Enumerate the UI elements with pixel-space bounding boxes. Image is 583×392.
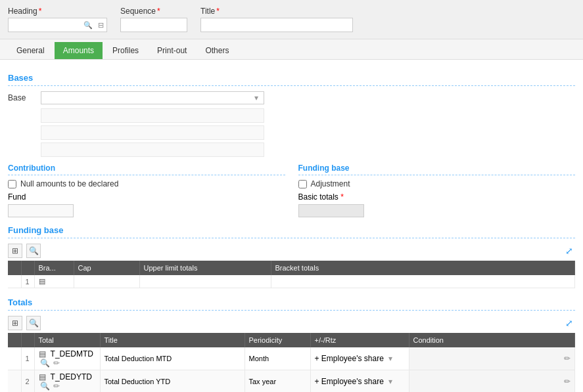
tot-r1-condition-edit[interactable]: ✏ (564, 354, 571, 363)
tot-r1-rtz-val: + Employee's share (315, 354, 384, 363)
top-bar: Heading* LOPD 🔍 ⊟ Sequence* 70005 Title*… (0, 0, 583, 39)
tot-r2-rtz: + Employee's share ▾ (310, 370, 409, 393)
sequence-input[interactable]: 70005 (121, 18, 187, 32)
tot-r2-num: 2 (21, 370, 34, 393)
fund-input[interactable] (8, 204, 74, 217)
fb-row-icon[interactable]: ▤ (34, 275, 74, 288)
heading-input-wrap: LOPD 🔍 ⊟ (8, 18, 107, 32)
tot-r1-title: Total Deduction MTD (100, 347, 245, 370)
fb-row-upper (139, 275, 271, 288)
totals-row-2: 2 ▤ T_DEDYTD 🔍 ✏ Total Deduction YTD Tax… (8, 370, 575, 393)
funding-base-right-title: Funding base (298, 163, 576, 175)
tab-printout[interactable]: Print-out (149, 42, 195, 59)
totals-row-1: 1 ▤ T_DEDMTD 🔍 ✏ Total Deduction MTD Mon… (8, 347, 575, 370)
funding-base-table: Bra... Cap Upper limit totals Bracket to… (8, 261, 575, 288)
title-label: Title* (200, 7, 353, 16)
tot-r1-total: ▤ T_DEDMTD 🔍 ✏ (34, 347, 100, 370)
totals-search-btn[interactable]: 🔍 (26, 316, 41, 330)
col-bracket: Bracket totals (271, 261, 575, 275)
tab-general[interactable]: General (8, 42, 53, 59)
tabs-bar: General Amounts Profiles Print-out Other… (0, 39, 583, 60)
null-amounts-label: Null amounts to be declared (20, 179, 118, 188)
basic-totals-label: Basic totals * (298, 192, 576, 202)
totals-toolbar: ⊞ 🔍 ⤢ (8, 316, 575, 330)
base-empty-row-2 (41, 125, 264, 140)
funding-base-expand-btn[interactable]: ⤢ (563, 245, 575, 257)
contribution-half: Contribution Null amounts to be declared… (8, 163, 285, 217)
heading-label: Heading* (8, 7, 107, 16)
heading-search-icon[interactable]: 🔍 (81, 20, 95, 31)
base-input[interactable]: R_GSP+V_UP_TAKE (44, 93, 252, 102)
base-input-wrap: R_GSP+V_UP_TAKE ▾ (41, 91, 264, 104)
tot-r2-rtz-dropdown[interactable]: ▾ (388, 377, 392, 386)
title-field-group: Title* Loss of Pay Deduction (200, 7, 353, 32)
tab-others[interactable]: Others (197, 42, 237, 59)
heading-input[interactable]: LOPD (9, 18, 81, 32)
tot-r1-edit-icon[interactable]: ✏ (53, 359, 60, 368)
contribution-title: Contribution (8, 163, 285, 175)
bases-section: Bases Base R_GSP+V_UP_TAKE ▾ (8, 73, 575, 157)
tot-r1-num: 1 (21, 347, 34, 370)
totals-add-btn[interactable]: ⊞ (8, 316, 22, 330)
tot-col-check (8, 333, 21, 347)
tot-r1-check (8, 347, 21, 370)
totals-title: Totals (8, 297, 575, 311)
funding-base-table-title: Funding base (8, 225, 575, 238)
adjustment-row: Adjustment (298, 179, 576, 188)
fund-label-text: Fund (8, 192, 285, 202)
col-bra: Bra... (34, 261, 74, 275)
tot-r2-rtz-val: + Employee's share (315, 377, 384, 386)
tot-col-title: Title (100, 333, 245, 347)
tot-r2-edit-icon[interactable]: ✏ (53, 381, 60, 391)
tot-r2-search-icon[interactable]: 🔍 (40, 381, 50, 391)
bases-title: Bases (8, 73, 575, 86)
tot-r2-check (8, 370, 21, 393)
tab-profiles[interactable]: Profiles (104, 42, 147, 59)
base-empty-row-1 (41, 108, 264, 123)
col-cap: Cap (74, 261, 139, 275)
funding-base-toolbar: ⊞ 🔍 ⤢ (8, 244, 575, 258)
tot-r1-total-val: T_DEDMTD (51, 349, 93, 359)
col-num (21, 261, 34, 275)
totals-expand-btn[interactable]: ⤢ (563, 317, 575, 329)
title-input[interactable]: Loss of Pay Deduction (201, 18, 352, 32)
tot-r2-condition: ✏ (409, 370, 575, 393)
col-upper: Upper limit totals (139, 261, 271, 275)
base-empty-row-3 (41, 142, 264, 157)
tot-r1-search-icon[interactable]: 🔍 (40, 359, 50, 368)
tot-r2-total-val: T_DEDYTD (51, 372, 92, 381)
tot-r1-icon[interactable]: ▤ (39, 349, 46, 359)
tot-col-condition: Condition (409, 333, 575, 347)
null-amounts-checkbox[interactable] (8, 180, 16, 188)
heading-field-group: Heading* LOPD 🔍 ⊟ (8, 7, 107, 32)
tot-r2-periodicity: Tax year (245, 370, 310, 393)
sequence-input-wrap: 70005 (120, 18, 187, 32)
adjustment-checkbox[interactable] (298, 180, 307, 188)
heading-grid-icon[interactable]: ⊟ (95, 20, 106, 31)
base-dropdown-icon[interactable]: ▾ (252, 93, 261, 102)
null-amounts-row: Null amounts to be declared (8, 179, 285, 188)
adjustment-label: Adjustment (311, 179, 350, 188)
content-area: Bases Base R_GSP+V_UP_TAKE ▾ Contributio… (0, 60, 583, 392)
tot-r1-periodicity: Month (245, 347, 310, 370)
tot-r2-condition-edit[interactable]: ✏ (564, 377, 571, 386)
fb-row-check (8, 275, 21, 288)
totals-section: Totals ⊞ 🔍 ⤢ Total Title Periodicity +/-… (8, 297, 575, 392)
funding-base-right-half: Funding base Adjustment Basic totals * (298, 163, 576, 217)
funding-base-section: Funding base ⊞ 🔍 ⤢ Bra... Cap Upper limi… (8, 225, 575, 288)
funding-base-search-btn[interactable]: 🔍 (26, 244, 41, 258)
tot-r2-icon[interactable]: ▤ (39, 372, 46, 381)
funding-base-row-1: 1 ▤ (8, 275, 575, 288)
fb-row-bracket (271, 275, 575, 288)
col-check (8, 261, 21, 275)
totals-table: Total Title Periodicity +/-/Rtz Conditio… (8, 333, 575, 392)
two-col-section: Contribution Null amounts to be declared… (8, 163, 575, 217)
tot-col-rtz: +/-/Rtz (310, 333, 409, 347)
tab-amounts[interactable]: Amounts (55, 42, 103, 59)
tot-r1-rtz-dropdown[interactable]: ▾ (388, 354, 392, 363)
tot-col-total: Total (34, 333, 100, 347)
tot-col-periodicity: Periodicity (245, 333, 310, 347)
funding-base-add-btn[interactable]: ⊞ (8, 244, 22, 258)
basic-totals-input[interactable] (298, 204, 364, 217)
tot-r2-total: ▤ T_DEDYTD 🔍 ✏ (34, 370, 100, 393)
